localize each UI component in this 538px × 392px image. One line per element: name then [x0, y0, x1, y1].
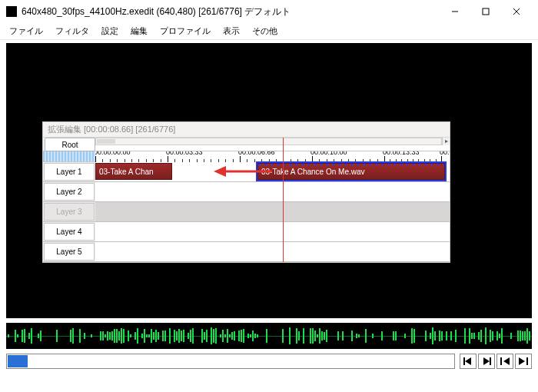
seek-thumb[interactable] [8, 355, 28, 367]
timeline-panel: 拡張編集 [00:00:08.66] [261/6776] Root ▸ 00:… [42, 121, 450, 263]
play-button[interactable] [478, 354, 495, 369]
layer-row: Layer 5 [43, 242, 450, 262]
audio-clip-destination[interactable]: 03-Take A Chance On Me.wav [257, 163, 445, 180]
layer-row: Layer 103-Take A Chan03-Take A Chance On… [43, 162, 450, 182]
svg-rect-10 [500, 357, 502, 365]
svg-marker-8 [483, 357, 490, 365]
menu-file[interactable]: ファイル [3, 24, 49, 38]
svg-rect-9 [490, 357, 491, 365]
menu-settings[interactable]: 設定 [95, 24, 125, 38]
layer-label[interactable]: Layer 1 [44, 163, 95, 181]
svg-marker-6 [465, 357, 471, 365]
layer-label[interactable]: Layer 4 [44, 223, 95, 241]
minimize-button[interactable] [440, 2, 470, 21]
window-title: 640x480_30fps_44100Hz.exedit (640,480) [… [22, 5, 440, 18]
menu-other[interactable]: その他 [246, 24, 284, 38]
timeline-hscrollbar[interactable] [95, 138, 442, 145]
annotation-arrow [211, 162, 280, 181]
timeline-title: 拡張編集 [00:00:08.66] [261/6776] [43, 122, 450, 138]
skip-start-button[interactable] [496, 354, 513, 369]
layer-track[interactable] [95, 222, 450, 241]
timeline-zoom-slider[interactable] [43, 151, 95, 162]
skip-end-button[interactable] [515, 354, 532, 369]
transport-bar [6, 352, 532, 370]
svg-rect-7 [463, 357, 465, 365]
timeline-scrollbar-row: ▸ [95, 138, 450, 151]
maximize-button[interactable] [470, 2, 501, 21]
step-back-button[interactable] [460, 354, 477, 369]
layer-track[interactable] [95, 182, 450, 201]
window-titlebar: 640x480_30fps_44100Hz.exedit (640,480) [… [0, 0, 538, 23]
close-button[interactable] [501, 2, 532, 21]
preview-viewport: 拡張編集 [00:00:08.66] [261/6776] Root ▸ 00:… [6, 43, 532, 318]
ruler-tick-label: 00:00:06.66 [238, 151, 275, 156]
timeline-hscroll-thumb[interactable] [97, 139, 115, 144]
menu-profile[interactable]: プロファイル [154, 24, 217, 38]
menu-display[interactable]: 表示 [217, 24, 246, 38]
ruler-tick-label: 00:00:03.33 [166, 151, 203, 156]
app-icon [6, 6, 17, 17]
layer-label[interactable]: Layer 3 [44, 203, 95, 221]
layer-row: Layer 4 [43, 222, 450, 242]
layer-label[interactable]: Layer 2 [44, 183, 95, 201]
main-menubar: ファイル フィルタ 設定 編集 プロファイル 表示 その他 [0, 23, 538, 40]
menu-edit[interactable]: 編集 [125, 24, 154, 38]
playhead[interactable] [283, 138, 284, 262]
timeline-root-button[interactable]: Root [45, 138, 95, 151]
layer-track[interactable] [95, 202, 450, 221]
layer-row: Layer 2 [43, 182, 450, 202]
timeline-ruler[interactable]: 00:00:00.0000:00:03.3300:00:06.6600:00:1… [95, 151, 450, 162]
svg-marker-11 [503, 357, 510, 365]
seek-slider[interactable] [6, 354, 455, 369]
layer-track[interactable]: 03-Take A Chan03-Take A Chance On Me.wav [95, 162, 450, 181]
ruler-tick-label: 00:00:00.00 [95, 151, 131, 156]
ruler-tick-label: 00:00:13.33 [383, 151, 420, 156]
ruler-tick-label: 00:00:10.00 [311, 151, 347, 156]
layer-track[interactable] [95, 242, 450, 261]
svg-rect-1 [483, 8, 489, 15]
svg-marker-12 [519, 357, 525, 365]
svg-rect-13 [526, 357, 528, 365]
layer-row: Layer 3 [43, 202, 450, 222]
layer-label[interactable]: Layer 5 [44, 243, 95, 261]
audio-waveform[interactable] [6, 323, 532, 349]
audio-clip-source[interactable]: 03-Take A Chan [95, 163, 172, 180]
timeline-hscroll-right-button[interactable]: ▸ [442, 138, 450, 145]
menu-filter[interactable]: フィルタ [49, 24, 95, 38]
svg-marker-5 [214, 166, 226, 177]
